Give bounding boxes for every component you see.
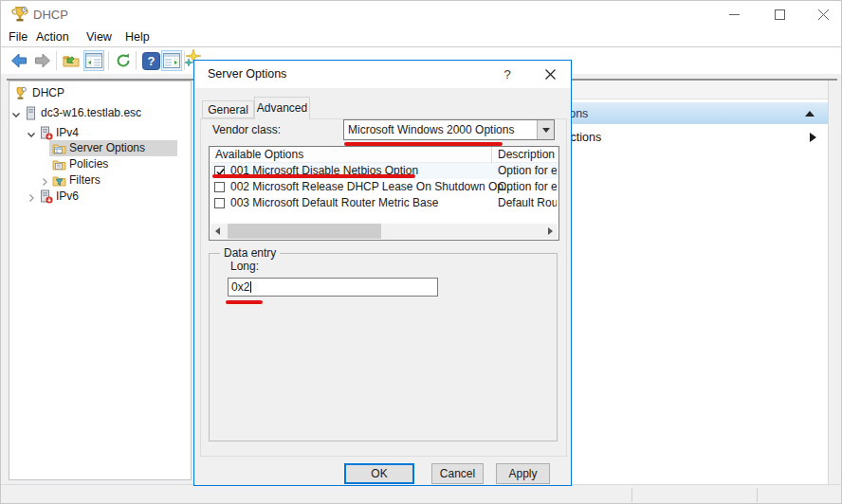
server-icon: [24, 106, 38, 125]
show-action-pane-icon[interactable]: [161, 50, 182, 71]
apply-button[interactable]: Apply: [496, 463, 550, 484]
checkbox-unchecked[interactable]: [214, 182, 225, 192]
chevron-expanded-icon[interactable]: [11, 108, 21, 124]
tree-item-ipv4[interactable]: IPv4: [9, 125, 191, 141]
close-button[interactable]: [807, 1, 839, 27]
tree-item-label: Filters: [69, 172, 101, 189]
option-label: 002 Microsoft Release DHCP Lease On Shut…: [230, 179, 513, 195]
checkbox-unchecked[interactable]: [214, 198, 225, 208]
submenu-arrow-icon: [810, 133, 816, 142]
statusbar-divider: [632, 488, 632, 502]
dialog-title: Server Options: [208, 67, 286, 81]
dialog-help-icon[interactable]: ?: [498, 65, 517, 84]
tree-item-dhcp[interactable]: DHCP: [9, 85, 191, 101]
option-row-003[interactable]: 003 Microsoft Default Router Metric Base…: [210, 195, 558, 211]
option-description: Option for en: [498, 163, 557, 179]
scroll-right-icon[interactable]: [542, 224, 558, 239]
ok-button[interactable]: OK: [344, 463, 414, 484]
annotation-underline-vendor-class: [344, 142, 503, 146]
tree-item-server-options[interactable]: Server Options: [9, 140, 191, 156]
horizontal-scrollbar[interactable]: [210, 224, 558, 239]
list-header[interactable]: Available Options Description: [210, 147, 558, 163]
vendor-class-dropdown[interactable]: Microsoft Windows 2000 Options: [343, 119, 555, 140]
status-bar: [1, 484, 842, 504]
menu-help[interactable]: Help: [125, 27, 150, 46]
tree-item-filters[interactable]: Filters: [9, 172, 191, 189]
minimize-button[interactable]: [718, 1, 750, 27]
protocol-server-icon: [39, 189, 53, 208]
scrollbar-thumb[interactable]: [228, 224, 381, 239]
back-icon[interactable]: [9, 50, 29, 71]
console-tree-pane: DHCP dc3-w16.testlab.esc: [9, 81, 192, 480]
show-console-tree-icon[interactable]: [83, 50, 104, 71]
long-input[interactable]: 0x2: [228, 278, 438, 297]
dialog-close-icon[interactable]: [538, 64, 562, 84]
forward-icon[interactable]: [32, 50, 53, 71]
tree-item-policies[interactable]: Policies: [9, 156, 191, 172]
annotation-underline-option-001: [212, 174, 415, 178]
text-cursor: [250, 281, 251, 293]
tree-item-label: dc3-w16.testlab.esc: [41, 105, 141, 121]
menu-view[interactable]: View: [86, 27, 112, 46]
tree-item-label: Server Options: [69, 140, 145, 156]
maximize-button[interactable]: [763, 1, 796, 27]
scroll-left-icon[interactable]: [210, 224, 226, 239]
column-separator[interactable]: [491, 147, 492, 163]
option-row-002[interactable]: 002 Microsoft Release DHCP Lease On Shut…: [210, 179, 558, 195]
window-title: DHCP: [33, 8, 68, 22]
option-description: Option for en: [498, 179, 557, 195]
tab-advanced[interactable]: Advanced: [254, 97, 310, 119]
tree-item-label: Policies: [69, 156, 108, 172]
export-folder-icon[interactable]: [61, 50, 82, 71]
chevron-down-icon: [542, 128, 550, 133]
collapse-arrow-icon[interactable]: [805, 111, 815, 117]
help-icon[interactable]: ?: [140, 50, 161, 71]
column-available-options[interactable]: Available Options: [215, 148, 303, 162]
tree-item-ipv6[interactable]: IPv6: [9, 189, 191, 205]
long-field-label: Long:: [230, 260, 259, 273]
toolbar-separator: [136, 51, 137, 70]
dhcp-trophy-icon: [13, 86, 27, 105]
toolbar-separator: [108, 51, 109, 70]
titlebar: DHCP: [1, 1, 842, 27]
chevron-collapsed-icon[interactable]: [27, 191, 36, 207]
column-description[interactable]: Description: [498, 148, 555, 162]
option-description: Default Rout: [498, 195, 557, 211]
window-right-gutter: [828, 81, 842, 484]
dhcp-console-window: DHCP File Action View Help: [0, 0, 842, 504]
tree-item-label: DHCP: [32, 85, 64, 101]
data-entry-legend: Data entry: [220, 246, 280, 260]
vendor-class-value: Microsoft Windows 2000 Options: [348, 120, 514, 139]
dhcp-trophy-icon: [11, 6, 28, 27]
tab-general[interactable]: General: [202, 100, 254, 118]
toolbar-separator: [56, 51, 57, 70]
vendor-class-label: Vendor class:: [212, 123, 281, 136]
option-label: 003 Microsoft Default Router Metric Base: [230, 195, 438, 211]
dialog-titlebar: Server Options ?: [194, 61, 571, 88]
tree-item-label: IPv4: [56, 125, 79, 141]
menu-file[interactable]: File: [9, 27, 27, 46]
menu-action[interactable]: Action: [36, 27, 69, 46]
tree-item-server[interactable]: dc3-w16.testlab.esc: [9, 105, 191, 121]
cancel-button[interactable]: Cancel: [431, 463, 484, 484]
available-options-list: Available Options Description 001 Micros…: [209, 146, 559, 241]
server-options-dialog: Server Options ? General Advanced Vendor…: [193, 60, 572, 486]
refresh-icon[interactable]: [113, 50, 134, 71]
long-input-value: 0x2: [231, 280, 249, 294]
menu-bar: File Action View Help: [1, 27, 842, 47]
svg-text:?: ?: [147, 54, 155, 68]
data-entry-group: Data entry Long: 0x2: [209, 253, 558, 441]
annotation-underline-long-value: [226, 300, 263, 304]
tree-item-label: IPv6: [56, 189, 79, 205]
statusbar-divider: [757, 488, 758, 502]
dropdown-button[interactable]: [537, 120, 554, 139]
